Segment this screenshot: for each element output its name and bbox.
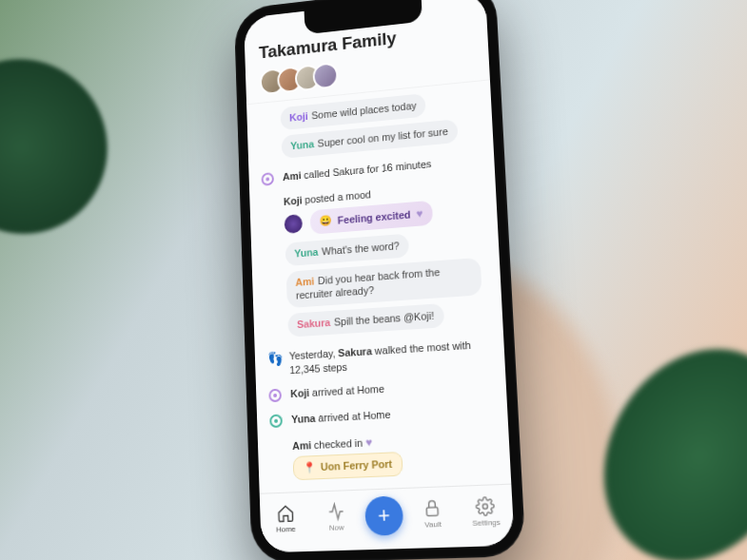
heart-icon: ♥	[364, 434, 372, 449]
spacer-icon	[270, 439, 285, 455]
message-text: Did you hear back from the recruiter alr…	[295, 265, 440, 300]
location-ring-icon	[269, 414, 285, 430]
phone-screen: Takamura Family KojiSome wild places tod…	[244, 0, 515, 552]
spacer-icon	[262, 196, 276, 212]
avatar[interactable]	[312, 62, 338, 89]
chat-bubble[interactable]: SakuraSpill the beans @Koji!	[287, 303, 443, 337]
home-icon	[275, 503, 294, 523]
tab-label: Vault	[424, 519, 442, 529]
arrival-event: Koji arrived at Home	[268, 376, 493, 404]
message-text: What's the word?	[321, 239, 399, 256]
message-text: Super cool on my list for sure	[317, 125, 448, 148]
background-leaf-right	[538, 280, 747, 560]
checkin-place: Uon Ferry Port	[320, 457, 392, 472]
sender-name: Ami	[295, 275, 314, 287]
footsteps-icon: 👣	[266, 350, 282, 366]
sender-name: Sakura	[296, 317, 329, 330]
phone-frame: Takamura Family KojiSome wild places tod…	[233, 0, 525, 560]
checkin-card[interactable]: 📍 Uon Ferry Port	[292, 451, 403, 479]
activity-feed[interactable]: KojiSome wild places today YunaSuper coo…	[246, 80, 511, 496]
mood-emoji-icon: 😀	[319, 214, 332, 227]
message-text: Spill the beans @Koji!	[333, 309, 434, 327]
plus-icon: +	[377, 502, 390, 528]
steps-event: 👣 Yesterday, Sakura walked the most with…	[266, 337, 491, 378]
svg-rect-0	[426, 507, 438, 515]
sender-name: Yuna	[294, 245, 318, 259]
pin-icon: 📍	[303, 460, 316, 473]
heart-icon: ♥	[415, 206, 423, 220]
tab-bar: Home Now + Vault Settings	[259, 483, 514, 552]
svg-point-1	[482, 503, 487, 508]
sender-name: Koji	[288, 110, 307, 123]
location-ring-icon	[268, 388, 284, 404]
gear-icon	[475, 495, 495, 516]
tab-label: Settings	[472, 517, 501, 527]
tab-home[interactable]: Home	[263, 503, 307, 534]
sender-name: Yuna	[290, 138, 314, 151]
message-text: Some wild places today	[311, 99, 417, 120]
arrival-event: Yuna arrived at Home	[269, 401, 494, 429]
mood-avatar	[284, 214, 303, 234]
lock-icon	[422, 497, 442, 517]
tab-settings[interactable]: Settings	[462, 495, 510, 528]
call-icon	[261, 171, 275, 187]
background-leaf-left	[0, 13, 178, 310]
tab-now[interactable]: Now	[313, 501, 359, 532]
tab-vault[interactable]: Vault	[408, 497, 456, 530]
tab-label: Now	[328, 523, 344, 532]
activity-icon	[325, 501, 344, 521]
compose-fab[interactable]: +	[364, 494, 403, 535]
chat-bubble[interactable]: AmiDid you hear back from the recruiter …	[285, 257, 482, 308]
mood-label: Feeling excited	[337, 208, 410, 225]
tab-label: Home	[275, 524, 295, 533]
